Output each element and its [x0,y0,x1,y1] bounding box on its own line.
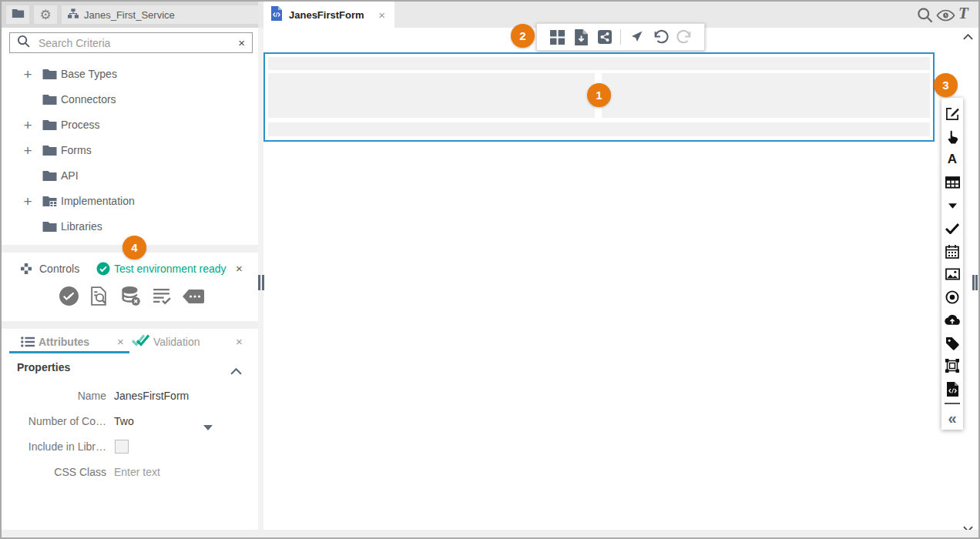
close-validation-icon[interactable]: × [236,336,243,347]
form-column-right[interactable] [602,73,930,118]
tree-item-api[interactable]: API [2,163,258,189]
upload-icon[interactable] [941,309,963,332]
form-column-left[interactable] [268,73,595,118]
file-download-icon[interactable] [572,28,589,45]
active-tab-underline [9,351,129,353]
include-library-checkbox[interactable] [115,440,129,454]
dropdown-icon[interactable] [941,194,963,217]
attributes-list-icon [21,336,35,350]
folder-icon [42,119,58,134]
text-style-icon[interactable]: T [958,4,968,23]
splitter-grip[interactable] [975,275,978,290]
tree-item-label: Base Types [61,68,117,80]
layout-grid-icon[interactable] [549,28,566,45]
search-input[interactable] [37,36,231,50]
validation-check-icon [131,333,150,351]
pointer-icon[interactable] [941,126,963,149]
tab-validation[interactable]: Validation [153,336,200,348]
radio-icon[interactable] [941,286,963,309]
field-value-name[interactable]: JanesFirstForm [114,390,189,402]
folder-icon [42,144,58,159]
expand-icon[interactable]: + [22,193,34,210]
text-icon[interactable]: A [941,149,963,172]
checkbox-icon[interactable] [941,217,963,240]
css-class-input[interactable]: Enter text [114,466,160,478]
redo-icon[interactable] [676,28,693,45]
callout-badge-2: 2 [511,24,535,48]
folder-icon [12,8,25,22]
clear-search-icon[interactable]: × [238,37,245,49]
database-remove-icon[interactable] [120,286,141,306]
panel-icon[interactable] [941,355,963,378]
toolbar-separator [620,29,621,45]
tag-ellipsis-icon[interactable] [183,290,203,304]
document-search-icon[interactable] [89,286,110,306]
image-icon[interactable] [941,263,963,286]
tab-janesfirstform[interactable]: JanesFirstForm × [263,2,394,28]
tree-item-label: API [61,169,79,182]
service-tab-label: Janes_First_Service [84,9,175,21]
embedded-form-icon[interactable] [941,377,963,400]
tree-item-connectors[interactable]: Connectors [2,87,258,112]
expand-icon[interactable]: + [22,66,34,83]
field-value-columns[interactable]: Two [114,415,134,427]
close-controls-icon[interactable]: × [236,263,243,274]
folder-icon [42,68,58,83]
collapse-section-icon[interactable] [230,364,242,378]
field-label-css-class: CSS Class [15,466,106,478]
field-label-name: Name [15,390,106,402]
preview-eye-icon[interactable] [936,9,955,25]
tree-item-label: Implementation [61,195,135,207]
search-icon [17,35,30,51]
folder-icon [42,93,58,109]
project-folder-tab[interactable] [6,5,29,24]
form-document-icon [271,6,282,24]
form-footer-row[interactable] [268,122,930,136]
settings-tab[interactable]: ⚙ [34,5,57,24]
folder-implementation-icon [42,195,58,210]
form-header-row[interactable] [268,57,930,70]
tree-item-forms[interactable]: + Forms [2,138,258,163]
share-icon[interactable] [596,28,613,45]
tree-item-label: Forms [61,144,92,156]
tree-item-base-types[interactable]: + Base Types [2,62,258,87]
panel-separator [2,321,258,329]
close-attributes-icon[interactable]: × [117,336,124,347]
callout-badge-4: 4 [123,236,146,259]
send-icon[interactable] [628,28,645,45]
bottom-strip [2,530,978,537]
splitter-grip[interactable] [972,275,975,290]
chevron-down-icon[interactable] [203,420,213,434]
status-check-icon [96,262,110,279]
splitter-grip[interactable] [262,275,264,290]
tree-item-label: Libraries [61,220,102,233]
gear-icon: ⚙ [39,8,51,22]
tab-attributes[interactable]: Attributes [39,336,89,348]
splitter-grip[interactable] [258,275,260,290]
undo-icon[interactable] [652,28,669,45]
close-tab-icon[interactable]: × [378,9,385,21]
tree-item-label: Connectors [61,93,116,105]
list-check-icon[interactable] [151,286,172,306]
collapse-icon[interactable]: « [941,407,963,430]
table-icon[interactable] [941,171,963,194]
tree-item-label: Process [61,119,100,131]
approved-circle-icon[interactable] [59,286,79,306]
tree-item-process[interactable]: + Process [2,112,258,138]
control-palette: A « [941,98,963,430]
callout-badge-3: 3 [934,73,958,97]
tree-item-implementation[interactable]: + Implementation [2,189,258,214]
expand-icon[interactable]: + [22,142,34,159]
controls-icon [21,263,32,277]
expand-icon[interactable]: + [22,117,34,134]
date-icon[interactable] [941,240,963,263]
service-tab[interactable]: Janes_First_Service [62,5,262,24]
search-criteria-box: × [9,32,253,53]
folder-icon [42,220,58,236]
editor-tab-title: JanesFirstForm [289,9,371,21]
palette-divider [945,403,960,404]
search-icon[interactable] [917,7,933,26]
edit-icon[interactable] [941,102,963,126]
tag-icon[interactable] [941,332,963,355]
scroll-up-icon[interactable] [963,29,973,43]
